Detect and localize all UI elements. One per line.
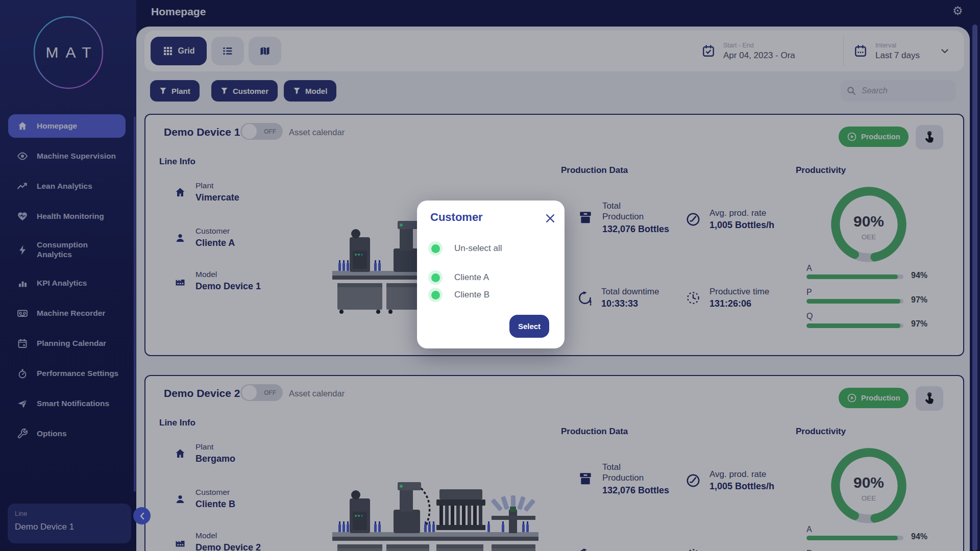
modal-title: Customer <box>430 211 483 224</box>
option-cliente-a[interactable]: Cliente A <box>428 270 489 285</box>
app-window: Homepage ⚙ MAT Homepage Machine Supervis… <box>0 0 980 551</box>
option-unselect-all[interactable]: Un-select all <box>428 241 502 256</box>
option-cliente-b[interactable]: Cliente B <box>428 288 489 302</box>
radio-selected-icon <box>428 241 443 256</box>
customer-modal: Customer Un-select all Cliente A Cliente… <box>417 201 565 348</box>
select-button[interactable]: Select <box>509 315 549 338</box>
radio-selected-icon <box>428 270 443 285</box>
close-icon[interactable] <box>546 214 555 223</box>
radio-selected-icon <box>428 288 443 302</box>
